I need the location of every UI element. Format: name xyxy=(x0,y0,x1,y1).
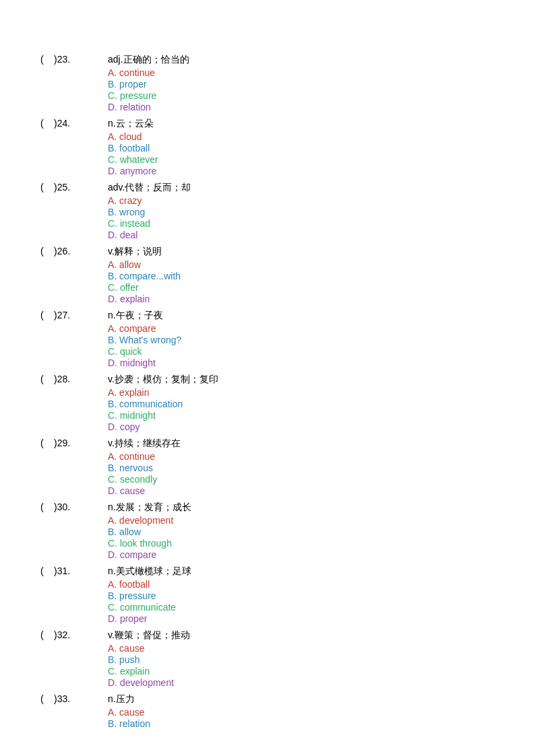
question-definition-29: v.持续；继续存在 xyxy=(108,438,181,450)
option-26-2[interactable]: C. offer xyxy=(108,282,495,293)
paren-left-28[interactable]: ( xyxy=(40,374,54,384)
option-28-1[interactable]: B. communication xyxy=(108,399,495,409)
paren-left-32[interactable]: ( xyxy=(40,629,54,640)
paren-left-24[interactable]: ( xyxy=(40,118,54,129)
option-28-0[interactable]: A. explain xyxy=(108,387,495,398)
option-31-0[interactable]: A. football xyxy=(108,579,495,590)
question-definition-32: v.鞭策；督促；推动 xyxy=(108,629,190,642)
option-26-3[interactable]: D. explain xyxy=(108,294,495,304)
option-24-1[interactable]: B. football xyxy=(108,143,495,153)
option-29-2[interactable]: C. secondly xyxy=(108,474,495,485)
paren-left-31[interactable]: ( xyxy=(40,565,54,576)
options-24: A. cloudB. footballC. whateverD. anymore xyxy=(108,131,495,176)
options-28: A. explainB. communicationC. midnightD. … xyxy=(108,387,495,432)
question-block-28: ()28.v.抄袭；模仿；复制；复印A. explainB. communica… xyxy=(40,374,495,432)
options-29: A. continueB. nervousC. secondlyD. cause xyxy=(108,451,495,496)
options-31: A. footballB. pressureC. communicateD. p… xyxy=(108,579,495,624)
question-line-24: ()24.n.云；云朵 xyxy=(40,118,495,130)
option-31-1[interactable]: B. pressure xyxy=(108,590,495,601)
question-line-28: ()28.v.抄袭；模仿；复制；复印 xyxy=(40,374,495,386)
option-29-0[interactable]: A. continue xyxy=(108,451,495,462)
question-line-26: ()26.v.解释；说明 xyxy=(40,246,495,258)
option-30-0[interactable]: A. development xyxy=(108,515,495,526)
paren-left-29[interactable]: ( xyxy=(40,438,54,448)
paren-left-23[interactable]: ( xyxy=(40,54,54,65)
option-23-2[interactable]: C. pressure xyxy=(108,90,495,101)
option-25-0[interactable]: A. crazy xyxy=(108,195,495,206)
option-25-3[interactable]: D. deal xyxy=(108,230,495,240)
option-23-0[interactable]: A. continue xyxy=(108,67,495,78)
option-29-1[interactable]: B. nervous xyxy=(108,462,495,473)
option-23-1[interactable]: B. proper xyxy=(108,79,495,90)
options-26: A. allowB. compare...withC. offerD. expl… xyxy=(108,259,495,304)
question-line-33: ()33.n.压力 xyxy=(40,693,495,706)
option-27-1[interactable]: B. What's wrong? xyxy=(108,335,495,345)
option-27-2[interactable]: C. quick xyxy=(108,346,495,357)
paren-left-25[interactable]: ( xyxy=(40,182,54,193)
option-32-0[interactable]: A. cause xyxy=(108,643,495,654)
option-33-0[interactable]: A. cause xyxy=(108,707,495,718)
question-number-29: )29. xyxy=(54,438,108,448)
option-28-2[interactable]: C. midnight xyxy=(108,410,495,421)
question-block-27: ()27.n.午夜；子夜A. compareB. What's wrong?C.… xyxy=(40,310,495,368)
quiz-container: ()23.adj.正确的；恰当的A. continueB. properC. p… xyxy=(40,54,495,729)
question-line-27: ()27.n.午夜；子夜 xyxy=(40,310,495,322)
option-27-3[interactable]: D. midnight xyxy=(108,357,495,368)
options-23: A. continueB. properC. pressureD. relati… xyxy=(108,67,495,112)
option-29-3[interactable]: D. cause xyxy=(108,485,495,496)
question-number-33: )33. xyxy=(54,693,108,704)
option-31-3[interactable]: D. proper xyxy=(108,613,495,624)
options-25: A. crazyB. wrongC. insteadD. deal xyxy=(108,195,495,240)
question-definition-23: adj.正确的；恰当的 xyxy=(108,54,189,66)
question-definition-28: v.抄袭；模仿；复制；复印 xyxy=(108,374,218,386)
question-definition-25: adv.代替；反而；却 xyxy=(108,182,191,194)
paren-left-27[interactable]: ( xyxy=(40,310,54,320)
option-30-3[interactable]: D. compare xyxy=(108,549,495,560)
paren-left-26[interactable]: ( xyxy=(40,246,54,256)
question-line-23: ()23.adj.正确的；恰当的 xyxy=(40,54,495,66)
question-line-25: ()25.adv.代替；反而；却 xyxy=(40,182,495,194)
question-line-31: ()31.n.美式橄榄球；足球 xyxy=(40,565,495,578)
option-23-3[interactable]: D. relation xyxy=(108,102,495,112)
question-block-23: ()23.adj.正确的；恰当的A. continueB. properC. p… xyxy=(40,54,495,112)
option-32-2[interactable]: C. explain xyxy=(108,666,495,677)
question-number-24: )24. xyxy=(54,118,108,129)
question-number-26: )26. xyxy=(54,246,108,256)
option-30-1[interactable]: B. allow xyxy=(108,526,495,537)
question-line-30: ()30.n.发展；发育；成长 xyxy=(40,502,495,514)
paren-left-30[interactable]: ( xyxy=(40,502,54,512)
question-number-28: )28. xyxy=(54,374,108,384)
option-30-2[interactable]: C. look through xyxy=(108,538,495,549)
question-number-23: )23. xyxy=(54,54,108,65)
question-line-29: ()29.v.持续；继续存在 xyxy=(40,438,495,450)
question-number-25: )25. xyxy=(54,182,108,193)
option-28-3[interactable]: D. copy xyxy=(108,421,495,432)
option-24-0[interactable]: A. cloud xyxy=(108,131,495,142)
option-25-1[interactable]: B. wrong xyxy=(108,207,495,217)
option-25-2[interactable]: C. instead xyxy=(108,218,495,229)
paren-left-33[interactable]: ( xyxy=(40,693,54,704)
option-26-1[interactable]: B. compare...with xyxy=(108,271,495,281)
option-31-2[interactable]: C. communicate xyxy=(108,602,495,613)
question-line-32: ()32.v.鞭策；督促；推动 xyxy=(40,629,495,642)
option-32-1[interactable]: B. push xyxy=(108,654,495,665)
option-33-1[interactable]: B. relation xyxy=(108,718,495,729)
question-block-33: ()33.n.压力A. causeB. relation xyxy=(40,693,495,729)
question-definition-31: n.美式橄榄球；足球 xyxy=(108,565,191,578)
question-block-25: ()25.adv.代替；反而；却A. crazyB. wrongC. inste… xyxy=(40,182,495,240)
question-block-31: ()31.n.美式橄榄球；足球A. footballB. pressureC. … xyxy=(40,565,495,624)
question-number-31: )31. xyxy=(54,565,108,576)
question-definition-33: n.压力 xyxy=(108,693,135,706)
question-definition-24: n.云；云朵 xyxy=(108,118,154,130)
options-32: A. causeB. pushC. explainD. development xyxy=(108,643,495,688)
question-definition-30: n.发展；发育；成长 xyxy=(108,502,191,514)
question-block-26: ()26.v.解释；说明A. allowB. compare...withC. … xyxy=(40,246,495,304)
option-26-0[interactable]: A. allow xyxy=(108,259,495,270)
option-27-0[interactable]: A. compare xyxy=(108,323,495,334)
question-block-30: ()30.n.发展；发育；成长A. developmentB. allowC. … xyxy=(40,502,495,560)
option-24-3[interactable]: D. anymore xyxy=(108,166,495,176)
option-32-3[interactable]: D. development xyxy=(108,677,495,688)
options-33: A. causeB. relation xyxy=(108,707,495,729)
option-24-2[interactable]: C. whatever xyxy=(108,154,495,165)
question-definition-27: n.午夜；子夜 xyxy=(108,310,163,322)
